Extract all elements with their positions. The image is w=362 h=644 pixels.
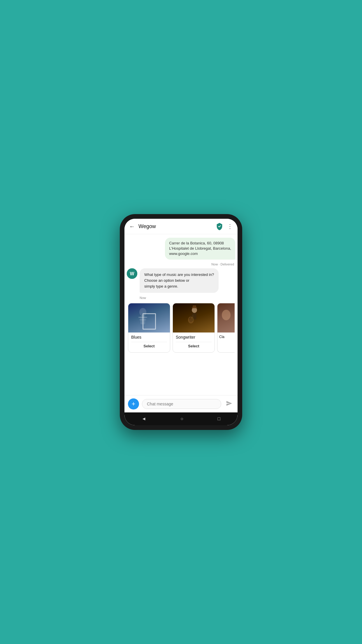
music-card-classical-partial[interactable]: Cla	[217, 303, 235, 353]
classical-card-image	[217, 303, 235, 332]
received-message-text: What type of music are you interested in…	[144, 272, 214, 289]
android-home-button[interactable]: ○	[180, 416, 183, 421]
bottom-input-bar: +	[124, 395, 238, 412]
send-message-button[interactable]	[224, 399, 234, 409]
blues-card-body: Blues Select	[128, 332, 170, 352]
received-message-bubble: What type of music are you interested in…	[140, 268, 219, 293]
classical-card-body: Cla	[217, 332, 235, 352]
received-message-row: W What type of music are you interested …	[127, 268, 235, 293]
svg-point-15	[222, 310, 231, 320]
android-nav-bar: ◄ ○ □	[124, 412, 238, 425]
music-card-songwriter[interactable]: Songwriter Select	[173, 303, 215, 353]
bot-avatar: W	[127, 268, 137, 279]
more-options-button[interactable]: ⋮	[227, 223, 233, 230]
blues-card-image	[128, 303, 170, 332]
message-status: Now · Delivered	[127, 262, 235, 266]
chat-area: Carrer de la Botanica, 60, 08908 L'Hospi…	[124, 234, 238, 395]
android-recent-button[interactable]: □	[218, 416, 221, 421]
svg-rect-5	[139, 319, 146, 320]
phone-frame: ← Wegow ⋮ Carrer de la Botanica, 60, 089…	[120, 214, 242, 430]
sent-message-bubble: Carrer de la Botanica, 60, 08908 L'Hospi…	[165, 238, 235, 260]
classical-card-title: Cla	[219, 335, 233, 339]
svg-point-2	[139, 308, 146, 316]
music-cards-row[interactable]: Blues Select	[127, 302, 235, 354]
android-back-button[interactable]: ◄	[142, 416, 146, 421]
music-card-blues[interactable]: Blues Select	[128, 303, 170, 353]
songwriter-card-body: Songwriter Select	[173, 332, 215, 352]
svg-rect-4	[138, 317, 147, 318]
app-title: Wegow	[138, 223, 215, 230]
songwriter-card-title: Songwriter	[176, 335, 212, 340]
blues-select-button[interactable]: Select	[131, 342, 167, 350]
top-bar: ← Wegow ⋮	[124, 219, 238, 234]
blues-card-title: Blues	[131, 335, 167, 340]
svg-text:W: W	[130, 271, 134, 276]
back-button[interactable]: ←	[129, 223, 135, 230]
shield-verified-icon[interactable]	[215, 222, 224, 230]
add-attachment-button[interactable]: +	[128, 398, 139, 410]
svg-rect-8	[193, 305, 196, 308]
songwriter-select-button[interactable]: Select	[176, 342, 212, 350]
songwriter-card-image	[173, 303, 215, 332]
sent-message-text: Carrer de la Botanica, 60, 08908 L'Hospi…	[169, 241, 231, 257]
received-message-time: Now	[127, 296, 235, 300]
phone-screen: ← Wegow ⋮ Carrer de la Botanica, 60, 089…	[124, 219, 238, 425]
chat-message-input[interactable]	[142, 399, 221, 409]
svg-rect-12	[192, 315, 193, 321]
